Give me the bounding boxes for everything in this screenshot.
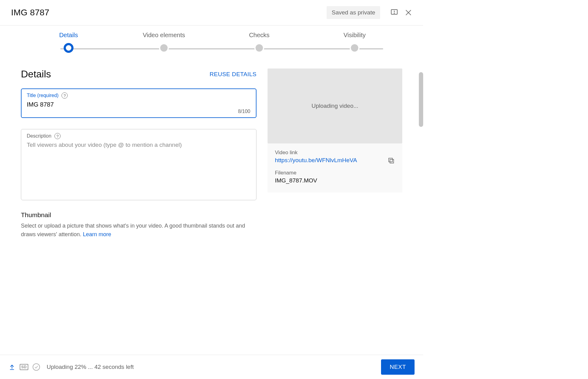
copy-icon [387,157,395,164]
step-label: Details [59,32,78,39]
dialog-body: Details REUSE DETAILS Title (required) ?… [0,56,423,245]
step-video-elements[interactable]: Video elements [116,32,212,56]
sd-quality-icon: SD [20,364,28,370]
upload-status-icons: SD [9,363,40,371]
filename-label: Filename [275,170,395,176]
video-preview-pane: Uploading video... [268,68,402,143]
svg-rect-5 [390,159,394,163]
check-status-icon [33,363,40,371]
description-field[interactable]: Description ? [21,129,256,200]
details-heading: Details [21,68,51,80]
upload-progress-text: Uploading 22% ... 42 seconds left [47,364,134,370]
title-input[interactable] [27,100,251,109]
video-meta-pane: Video link https://youtu.be/WFNlvLmHeVA … [268,143,402,193]
video-link[interactable]: https://youtu.be/WFNlvLmHeVA [275,157,357,164]
description-label: Description [27,133,51,139]
upload-dialog: IMG 8787 Saved as private [0,0,423,379]
copy-link-button[interactable] [387,157,395,166]
thumbnail-heading: Thumbnail [21,211,256,219]
step-label: Video elements [143,32,185,39]
svg-rect-6 [389,158,392,162]
details-column: Details REUSE DETAILS Title (required) ?… [21,68,256,239]
title-char-counter: 8/100 [238,109,250,114]
next-button[interactable]: NEXT [381,359,415,375]
step-dot-icon [254,43,264,53]
step-dot-icon [64,43,74,53]
preview-column: Uploading video... Video link https://yo… [268,68,402,239]
dialog-header: IMG 8787 Saved as private [0,0,423,25]
svg-point-2 [394,13,394,14]
title-field[interactable]: Title (required) ? 8/100 [21,88,256,118]
preview-status-text: Uploading video... [312,103,358,109]
step-checks[interactable]: Checks [212,32,307,56]
dialog-footer: SD Uploading 22% ... 42 seconds left NEX… [0,355,423,379]
title-help-icon[interactable]: ? [62,92,68,99]
video-link-label: Video link [275,150,395,156]
description-input[interactable] [27,140,251,193]
title-label: Title (required) [27,93,58,98]
dialog-title: IMG 8787 [11,8,50,18]
scroll-region[interactable]: IMG 8787 Saved as private [0,0,423,355]
description-help-icon[interactable]: ? [54,133,61,139]
step-dot-icon [159,43,169,53]
step-dot-icon [350,43,360,53]
upload-arrow-icon [9,364,15,370]
feedback-icon [390,9,398,17]
reuse-details-button[interactable]: REUSE DETAILS [210,71,256,78]
save-status-chip: Saved as private [327,6,380,19]
thumbnail-learn-more-link[interactable]: Learn more [83,231,111,237]
step-visibility[interactable]: Visibility [307,32,402,56]
thumbnail-text: Select or upload a picture that shows wh… [21,223,245,237]
close-icon [404,8,413,17]
scrollbar-thumb[interactable] [419,72,423,127]
feedback-button[interactable] [388,6,400,19]
step-label: Checks [249,32,270,39]
filename-value: IMG_8787.MOV [275,177,395,184]
close-button[interactable] [402,6,415,19]
step-label: Visibility [344,32,366,39]
step-details[interactable]: Details [21,32,116,56]
upload-stepper: Details Video elements Checks Visibility [21,32,402,56]
thumbnail-description: Select or upload a picture that shows wh… [21,222,255,239]
